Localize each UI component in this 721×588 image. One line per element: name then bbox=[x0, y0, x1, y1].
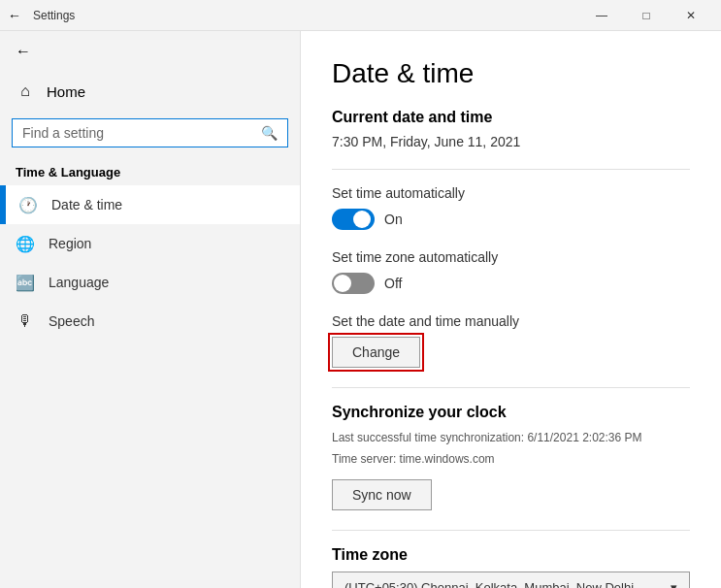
maximize-button[interactable]: □ bbox=[624, 0, 669, 31]
toggle-thumb-off bbox=[334, 275, 351, 292]
titlebar-title: Settings bbox=[33, 9, 75, 22]
back-icon[interactable]: ← bbox=[8, 8, 21, 23]
home-icon: ⌂ bbox=[16, 82, 35, 101]
sync-now-button[interactable]: Sync now bbox=[332, 479, 432, 510]
divider-3 bbox=[332, 530, 690, 531]
sync-info-line1: Last successful time synchronization: 6/… bbox=[332, 429, 690, 446]
search-icon: 🔍 bbox=[261, 125, 278, 141]
timezone-label: Time zone bbox=[332, 546, 690, 564]
sidebar-item-region[interactable]: 🌐 Region bbox=[0, 224, 300, 263]
current-datetime-value: 7:30 PM, Friday, June 11, 2021 bbox=[332, 134, 690, 149]
app-container: ← ⌂ Home 🔍 Time & Language 🕐 Date & time… bbox=[0, 31, 721, 588]
divider-1 bbox=[332, 169, 690, 170]
timezone-auto-toggle-label: Off bbox=[384, 276, 402, 291]
sidebar-item-language[interactable]: 🔤 Language bbox=[0, 263, 300, 302]
timezone-section: Time zone (UTC+05:30) Chennai, Kolkata, … bbox=[332, 546, 690, 588]
sidebar-item-date-time[interactable]: 🕐 Date & time bbox=[0, 185, 300, 224]
chevron-down-icon: ▾ bbox=[671, 580, 677, 588]
sidebar-item-label-speech: Speech bbox=[49, 313, 94, 329]
language-icon: 🔤 bbox=[16, 273, 35, 292]
page-title: Date & time bbox=[332, 58, 690, 89]
search-input[interactable] bbox=[22, 125, 253, 141]
sync-section-header: Synchronize your clock bbox=[332, 404, 690, 421]
sidebar-item-speech[interactable]: 🎙 Speech bbox=[0, 302, 300, 341]
titlebar-left: ← Settings bbox=[8, 8, 75, 23]
sidebar-item-label-region: Region bbox=[49, 236, 91, 251]
minimize-button[interactable]: — bbox=[579, 0, 624, 31]
set-timezone-auto-label: Set time zone automatically bbox=[332, 249, 690, 265]
sidebar-back-button[interactable]: ← bbox=[0, 31, 300, 72]
date-time-icon: 🕐 bbox=[18, 195, 38, 214]
titlebar-controls: — □ ✕ bbox=[579, 0, 713, 31]
change-button[interactable]: Change bbox=[332, 337, 420, 368]
timezone-auto-toggle-row: Off bbox=[332, 273, 690, 294]
sidebar-item-home[interactable]: ⌂ Home bbox=[0, 72, 300, 111]
search-box[interactable]: 🔍 bbox=[12, 118, 288, 147]
sidebar-item-label-date-time: Date & time bbox=[51, 197, 122, 212]
region-icon: 🌐 bbox=[16, 234, 35, 253]
titlebar: ← Settings — □ ✕ bbox=[0, 0, 721, 31]
speech-icon: 🎙 bbox=[16, 311, 35, 331]
sync-section: Synchronize your clock Last successful t… bbox=[332, 404, 690, 510]
close-button[interactable]: ✕ bbox=[669, 0, 713, 31]
back-arrow-icon: ← bbox=[16, 43, 31, 60]
sidebar-section-title: Time & Language bbox=[0, 155, 300, 185]
toggle-thumb-on bbox=[353, 211, 371, 228]
set-timezone-auto-row: Set time zone automatically Off bbox=[332, 249, 690, 294]
main-panel: Date & time Current date and time 7:30 P… bbox=[301, 31, 721, 588]
timezone-auto-toggle[interactable] bbox=[332, 273, 375, 294]
set-manually-label: Set the date and time manually bbox=[332, 313, 690, 329]
sidebar-item-label-language: Language bbox=[49, 275, 109, 290]
sync-info-line2: Time server: time.windows.com bbox=[332, 450, 690, 468]
time-auto-toggle-row: On bbox=[332, 209, 690, 230]
current-date-time-header: Current date and time bbox=[332, 109, 690, 126]
divider-2 bbox=[332, 387, 690, 388]
set-manually-row: Set the date and time manually Change bbox=[332, 313, 690, 368]
timezone-dropdown[interactable]: (UTC+05:30) Chennai, Kolkata, Mumbai, Ne… bbox=[332, 572, 690, 588]
sidebar: ← ⌂ Home 🔍 Time & Language 🕐 Date & time… bbox=[0, 31, 301, 588]
time-auto-toggle-label: On bbox=[384, 212, 403, 227]
sidebar-home-label: Home bbox=[47, 83, 85, 100]
time-auto-toggle[interactable] bbox=[332, 209, 375, 230]
set-time-auto-label: Set time automatically bbox=[332, 185, 690, 201]
set-time-auto-row: Set time automatically On bbox=[332, 185, 690, 230]
timezone-value: (UTC+05:30) Chennai, Kolkata, Mumbai, Ne… bbox=[344, 580, 634, 588]
